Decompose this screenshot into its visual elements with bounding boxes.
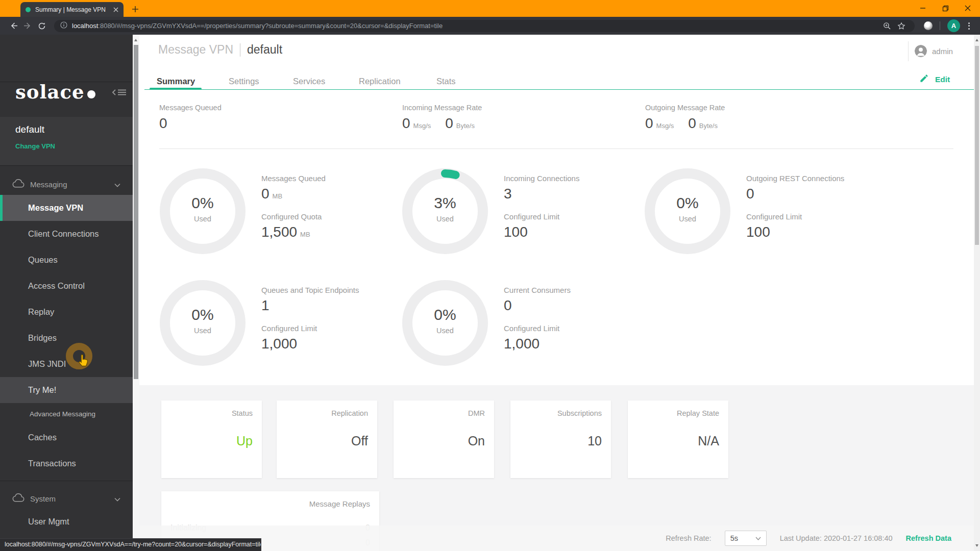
tab-replication[interactable]: Replication [359, 77, 401, 86]
sidebar-item-caches[interactable]: Caches [0, 424, 133, 450]
forward-icon[interactable] [20, 19, 35, 33]
tab-stats[interactable]: Stats [436, 77, 456, 86]
sidebar-item-queues[interactable]: Queues [0, 247, 133, 273]
tile-subscriptions: Subscriptions 10 [510, 400, 611, 478]
sidebar-item-replay[interactable]: Replay [0, 299, 133, 325]
dmr-value: On [403, 434, 485, 448]
title-separator [240, 43, 240, 57]
reload-icon[interactable] [35, 19, 49, 33]
sidebar-item-bridges[interactable]: Bridges [0, 325, 133, 351]
page-title-vpn-name: default [247, 43, 282, 57]
user-avatar-icon [915, 45, 927, 57]
user-divider [908, 41, 909, 61]
refresh-rate-select[interactable]: 5s [725, 531, 767, 546]
gauge-outgoing-rest-connections: 0% Used [644, 168, 731, 255]
zoom-page-icon[interactable] [880, 20, 894, 32]
tab-services[interactable]: Services [293, 77, 325, 86]
tabs-divider-line [144, 89, 974, 90]
vpn-block: default Change VPN [0, 117, 133, 165]
sidebar-item-advanced-messaging[interactable]: Advanced Messaging [0, 403, 133, 424]
solace-logo: solace [15, 81, 95, 103]
window-minimize-button[interactable] [914, 0, 932, 16]
breadcrumb: Message VPN [158, 43, 233, 57]
screen: Summary | Message VPN [0, 0, 980, 551]
sidebar-section-messaging[interactable]: Messaging [12, 177, 120, 192]
url-host: localhost [72, 22, 98, 30]
tab-close-icon[interactable] [113, 5, 118, 14]
browser-menu-icon[interactable] [964, 22, 974, 30]
user-menu[interactable]: admin [915, 45, 953, 57]
tile-replay-state: Replay State N/A [628, 400, 728, 478]
toolbar-divider [940, 21, 940, 30]
page-info-icon[interactable] [60, 21, 67, 31]
favicon-icon [26, 7, 31, 12]
change-vpn-link[interactable]: Change VPN [15, 142, 55, 150]
sidebar-scrollbar-thumb[interactable] [134, 45, 138, 379]
sidebar-divider [0, 82, 133, 82]
messages-queued-label: Messages Queued [159, 104, 222, 112]
main-scrollbar[interactable] [974, 35, 980, 551]
logo-dot-icon [87, 90, 95, 98]
gauge-info-current-consumers: Current Consumers 0 Configured Limit 1,0… [504, 286, 672, 362]
tab-settings[interactable]: Settings [229, 77, 259, 86]
browser-toolbar: localhost:8080/#/msg-vpns/ZGVmYXVsdA==/p… [0, 17, 980, 35]
pencil-icon [919, 73, 929, 85]
gauge-info-outgoing-rest-connections: Outgoing REST Connections 0 Configured L… [746, 174, 915, 251]
scroll-up-arrow-icon[interactable] [975, 39, 978, 41]
url-bar[interactable]: localhost:8080/#/msg-vpns/ZGVmYXVsdA==/p… [54, 20, 915, 32]
page-title: Message VPN default [158, 43, 282, 57]
incoming-rate-label: Incoming Message Rate [402, 104, 482, 112]
replay-state-value: N/A [637, 434, 719, 448]
tile-status: Status Up [161, 400, 262, 478]
status-value: Up [170, 434, 253, 448]
sidebar-section-system[interactable]: System [12, 491, 120, 506]
outgoing-rate-values: 0Msg/s 0Byte/s [645, 116, 718, 131]
edit-label: Edit [935, 75, 950, 84]
browser-tab-title: Summary | Message VPN [35, 6, 113, 13]
sidebar-item-try-me[interactable]: Try Me! [0, 377, 133, 403]
outgoing-rate-label: Outgoing Message Rate [645, 104, 725, 112]
sidebar-divider [0, 165, 133, 166]
refresh-footer: Refresh Rate: 5s Last Update: 2020-01-27… [139, 525, 974, 551]
tab-summary[interactable]: Summary [157, 77, 195, 86]
refresh-data-link[interactable]: Refresh Data [906, 534, 951, 542]
user-name: admin [932, 47, 953, 56]
stats-divider [159, 148, 953, 149]
browser-tab[interactable]: Summary | Message VPN [20, 2, 124, 17]
extension-icon[interactable] [924, 21, 933, 30]
gauge-queues-topic-endpoints: 0% Used [159, 280, 246, 366]
current-vpn-name: default [15, 124, 44, 135]
message-replays-title: Message Replays [170, 499, 370, 508]
sidebar-item-message-vpn[interactable]: Message VPN [0, 195, 133, 221]
bookmark-star-icon[interactable] [894, 20, 909, 32]
scroll-down-arrow-icon[interactable] [975, 544, 978, 547]
hand-cursor-icon [77, 354, 90, 371]
sidebar-item-client-connections[interactable]: Client Connections [0, 221, 133, 247]
new-tab-button[interactable] [129, 3, 142, 15]
main-scrollbar-thumb[interactable] [975, 46, 979, 245]
cloud-icon [12, 179, 25, 189]
messages-queued-value: 0 [159, 116, 167, 131]
gauge-messages-queued: 0% Used [159, 168, 246, 255]
sidebar-item-access-control[interactable]: Access Control [0, 273, 133, 299]
incoming-rate-values: 0Msg/s 0Byte/s [402, 116, 475, 131]
scroll-up-arrow-icon[interactable] [134, 39, 137, 41]
tile-dmr: DMR On [394, 400, 494, 478]
chevron-down-icon [114, 180, 120, 189]
window-restore-button[interactable] [936, 0, 954, 16]
replication-value: Off [286, 434, 368, 448]
sidebar-divider [0, 481, 133, 481]
url-rest: :8080/#/msg-vpns/ZGVmYXVsdA==/properties… [98, 22, 443, 30]
tile-replication: Replication Off [277, 400, 377, 478]
back-icon[interactable] [6, 19, 20, 33]
sidebar-scrollbar[interactable] [133, 35, 139, 551]
sidebar-item-user-mgmt[interactable]: User Mgmt [0, 509, 133, 535]
profile-avatar[interactable]: A [947, 19, 960, 32]
edit-button[interactable]: Edit [919, 73, 950, 85]
sidebar-collapse-icon[interactable] [110, 85, 129, 100]
gauge-current-consumers: 0% Used [402, 280, 488, 366]
sidebar-item-transactions[interactable]: Transactions [0, 450, 133, 477]
window-close-button[interactable] [959, 0, 977, 16]
last-update-text: Last Update: 2020-01-27 16:08:40 [780, 534, 893, 542]
link-status-bar: localhost:8080/#/msg-vpns/ZGVmYXVsdA==/t… [0, 538, 261, 551]
